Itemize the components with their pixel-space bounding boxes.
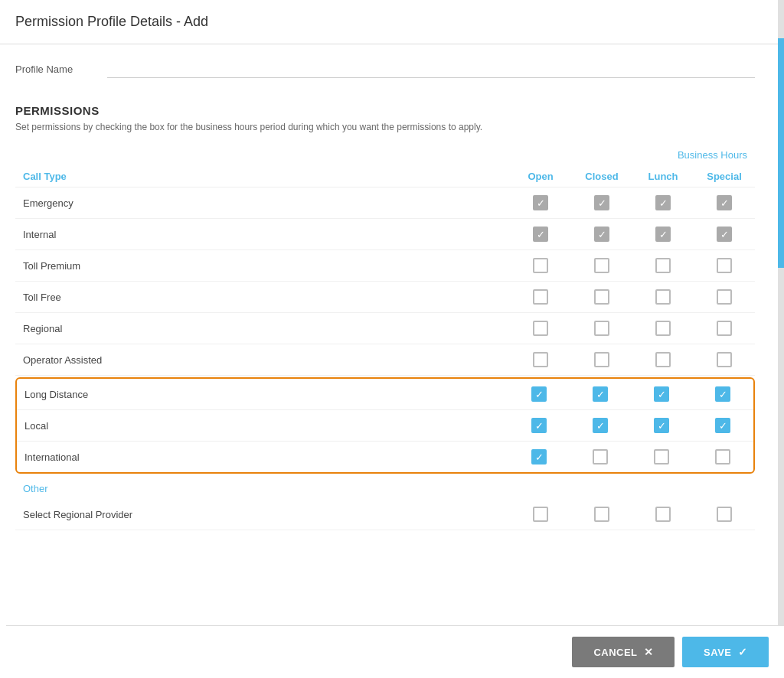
checkbox-local-special[interactable]: ✓	[715, 418, 730, 433]
checkbox-long-distance-lunch[interactable]: ✓	[654, 386, 669, 402]
save-label: SAVE	[704, 647, 731, 658]
table-row: Internal ✓ ✓ ✓ ✓	[15, 219, 755, 250]
permissions-section: PERMISSIONS Set permissions by checking …	[15, 104, 755, 530]
checkbox-emergency-closed[interactable]: ✓	[594, 195, 609, 210]
checkbox-regional-closed[interactable]	[594, 321, 609, 336]
checkbox-internal-open[interactable]: ✓	[533, 227, 548, 242]
permissions-description: Set permissions by checking the box for …	[15, 122, 755, 132]
checkbox-toll-premium-special[interactable]	[717, 258, 732, 273]
checkbox-toll-free-special[interactable]	[717, 289, 732, 305]
table-row: Emergency ✓ ✓ ✓ ✓	[15, 187, 755, 219]
cancel-button[interactable]: CANCEL ✕	[572, 637, 675, 667]
checkbox-international-open[interactable]: ✓	[531, 449, 547, 464]
col-check-lunch	[631, 449, 692, 464]
col-check-lunch	[632, 507, 694, 522]
checkbox-toll-premium-open[interactable]	[533, 258, 548, 273]
col-header-open: Open	[510, 171, 571, 182]
col-check-special: ✓	[692, 418, 753, 433]
col-check-special	[694, 507, 755, 522]
col-check-lunch: ✓	[632, 195, 694, 210]
row-label: Internal	[15, 229, 510, 240]
row-label: International	[17, 451, 508, 463]
checkbox-emergency-lunch[interactable]: ✓	[655, 195, 671, 210]
other-rows: Select Regional Provider	[15, 499, 755, 530]
checkbox-regional-lunch[interactable]	[655, 321, 671, 336]
cancel-icon: ✕	[644, 646, 654, 658]
col-check-closed	[571, 352, 632, 367]
col-check-closed: ✓	[570, 386, 631, 402]
col-check-lunch: ✓	[631, 386, 692, 402]
save-button[interactable]: SAVE ✓	[682, 637, 769, 667]
table-row: Operator Assisted	[15, 344, 755, 376]
checkbox-international-special[interactable]	[715, 449, 730, 464]
checkbox-select-regional-lunch[interactable]	[655, 507, 671, 522]
row-label: Long Distance	[17, 389, 508, 400]
col-check-open	[510, 352, 571, 367]
col-check-lunch	[632, 321, 694, 336]
table-row: Local ✓ ✓ ✓ ✓	[17, 410, 753, 442]
checkbox-toll-premium-closed[interactable]	[594, 258, 609, 273]
table-row: International ✓	[17, 442, 753, 472]
table-header: Call Type Open Closed Lunch Special	[15, 166, 755, 187]
profile-name-label: Profile Name	[15, 64, 107, 75]
col-check-lunch	[632, 258, 694, 273]
checkbox-internal-closed[interactable]: ✓	[594, 227, 609, 242]
checkbox-operator-closed[interactable]	[594, 352, 609, 367]
row-label: Local	[17, 420, 508, 432]
profile-name-row: Profile Name	[15, 60, 755, 86]
checkbox-international-closed[interactable]	[593, 449, 608, 464]
checkbox-operator-special[interactable]	[717, 352, 732, 367]
checkbox-long-distance-open[interactable]: ✓	[531, 386, 547, 402]
col-check-closed: ✓	[571, 195, 632, 210]
other-label[interactable]: Other	[15, 475, 755, 499]
checkbox-toll-free-open[interactable]	[533, 289, 548, 305]
checkbox-operator-open[interactable]	[533, 352, 548, 367]
row-label: Regional	[15, 323, 510, 334]
checkbox-toll-premium-lunch[interactable]	[655, 258, 671, 273]
permissions-table: Business Hours Call Type Open Closed Lun…	[15, 148, 755, 530]
col-check-closed	[571, 289, 632, 305]
checkbox-local-closed[interactable]: ✓	[593, 418, 608, 433]
checkbox-select-regional-open[interactable]	[533, 507, 548, 522]
checkbox-toll-free-closed[interactable]	[594, 289, 609, 305]
col-check-lunch: ✓	[632, 227, 694, 242]
checkbox-emergency-special[interactable]: ✓	[717, 195, 732, 210]
checkbox-long-distance-closed[interactable]: ✓	[593, 386, 608, 402]
scrollbar-thumb[interactable]	[778, 38, 784, 268]
checkbox-operator-lunch[interactable]	[655, 352, 671, 367]
checkbox-local-open[interactable]: ✓	[531, 418, 547, 433]
profile-name-input[interactable]	[107, 60, 755, 78]
checkbox-long-distance-special[interactable]: ✓	[715, 386, 730, 402]
col-check-lunch: ✓	[631, 418, 692, 433]
col-header-call-type: Call Type	[15, 171, 510, 182]
footer-bar: CANCEL ✕ SAVE ✓	[6, 625, 784, 678]
checkbox-select-regional-special[interactable]	[717, 507, 732, 522]
col-check-special	[692, 449, 753, 464]
scrollbar[interactable]	[778, 0, 784, 678]
checkbox-emergency-open[interactable]: ✓	[533, 195, 548, 210]
checkbox-select-regional-closed[interactable]	[594, 507, 609, 522]
top-bar: Permission Profile Details - Add	[0, 0, 784, 44]
checkbox-regional-special[interactable]	[717, 321, 732, 336]
col-check-closed	[570, 449, 631, 464]
checkbox-internal-special[interactable]: ✓	[717, 227, 732, 242]
col-check-open	[510, 258, 571, 273]
table-row: Toll Premium	[15, 250, 755, 282]
checkbox-internal-lunch[interactable]: ✓	[655, 227, 671, 242]
checkbox-regional-open[interactable]	[533, 321, 548, 336]
checkbox-toll-free-lunch[interactable]	[655, 289, 671, 305]
col-check-special: ✓	[692, 386, 753, 402]
col-check-special	[694, 289, 755, 305]
col-header-lunch: Lunch	[632, 171, 694, 182]
col-header-closed: Closed	[571, 171, 632, 182]
highlighted-group: Long Distance ✓ ✓ ✓ ✓ Local ✓ ✓ ✓ ✓	[15, 377, 755, 474]
col-check-lunch	[632, 352, 694, 367]
col-check-closed	[571, 507, 632, 522]
checkbox-international-lunch[interactable]	[654, 449, 669, 464]
table-row: Toll Free	[15, 282, 755, 313]
col-check-special	[694, 258, 755, 273]
checkbox-local-lunch[interactable]: ✓	[654, 418, 669, 433]
save-icon: ✓	[738, 646, 748, 658]
col-check-open: ✓	[508, 386, 570, 402]
col-header-special: Special	[694, 171, 755, 182]
